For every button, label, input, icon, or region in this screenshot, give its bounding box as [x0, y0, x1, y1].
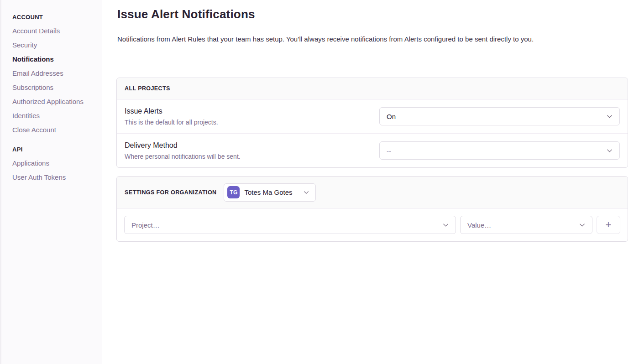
sidebar-item-account-details[interactable]: Account Details: [12, 26, 94, 35]
page-title: Issue Alert Notifications: [117, 7, 628, 21]
delivery-method-select-value: --: [387, 147, 391, 155]
sidebar-item-applications[interactable]: Applications: [12, 159, 94, 167]
org-settings-panel-title: SETTINGS FOR ORGANIZATION: [125, 189, 216, 196]
value-select-placeholder: Value…: [467, 221, 491, 229]
delivery-method-label: Delivery Method: [125, 141, 241, 150]
plus-icon: +: [606, 220, 612, 230]
sidebar-header-api: API: [12, 146, 94, 153]
issue-alerts-label: Issue Alerts: [125, 107, 218, 116]
delivery-method-row: Delivery Method Where personal notificat…: [117, 133, 628, 167]
sidebar-item-close-account[interactable]: Close Account: [12, 125, 94, 134]
sidebar-item-notifications[interactable]: Notifications: [12, 55, 94, 63]
sidebar-item-user-auth-tokens[interactable]: User Auth Tokens: [12, 173, 94, 182]
issue-alerts-select-value: On: [387, 113, 396, 120]
org-settings-panel: SETTINGS FOR ORGANIZATION TG Totes Ma Go…: [116, 176, 628, 242]
main-content: Issue Alert Notifications Notifications …: [102, 0, 639, 364]
chevron-down-icon: [606, 113, 613, 120]
sidebar-item-security[interactable]: Security: [12, 41, 94, 49]
organization-avatar: TG: [227, 186, 240, 198]
org-settings-panel-header: SETTINGS FOR ORGANIZATION TG Totes Ma Go…: [117, 177, 628, 208]
chevron-down-icon: [303, 189, 309, 196]
app-root: ACCOUNT Account Details Security Notific…: [0, 0, 639, 364]
sidebar-header-account: ACCOUNT: [12, 14, 94, 21]
project-override-row: Project… Value… +: [117, 208, 628, 241]
settings-sidebar: ACCOUNT Account Details Security Notific…: [1, 0, 102, 364]
issue-alerts-help: This is the default for all projects.: [125, 119, 218, 126]
delivery-method-labels: Delivery Method Where personal notificat…: [125, 141, 241, 160]
sidebar-item-identities[interactable]: Identities: [12, 111, 94, 120]
all-projects-panel-title: ALL PROJECTS: [125, 85, 170, 92]
organization-name: Totes Ma Gotes: [244, 188, 292, 196]
add-override-button[interactable]: +: [597, 216, 620, 234]
chevron-down-icon: [442, 222, 449, 229]
all-projects-panel-header: ALL PROJECTS: [117, 78, 628, 99]
issue-alerts-select[interactable]: On: [379, 107, 620, 125]
project-select-placeholder: Project…: [131, 221, 160, 229]
sidebar-item-email-addresses[interactable]: Email Addresses: [12, 69, 94, 78]
organization-select[interactable]: TG Totes Ma Gotes: [224, 183, 316, 202]
sidebar-section-account: ACCOUNT Account Details Security Notific…: [12, 14, 94, 134]
value-select[interactable]: Value…: [460, 216, 592, 234]
chevron-down-icon: [606, 147, 613, 154]
sidebar-section-api: API Applications User Auth Tokens: [12, 146, 94, 182]
project-select[interactable]: Project…: [124, 216, 456, 234]
chevron-down-icon: [579, 222, 586, 229]
delivery-method-help: Where personal notifications will be sen…: [125, 153, 241, 160]
issue-alerts-row: Issue Alerts This is the default for all…: [117, 99, 628, 133]
issue-alerts-labels: Issue Alerts This is the default for all…: [125, 107, 218, 126]
page-description: Notifications from Alert Rules that your…: [117, 35, 628, 44]
all-projects-panel: ALL PROJECTS Issue Alerts This is the de…: [116, 78, 628, 168]
sidebar-item-authorized-applications[interactable]: Authorized Applications: [12, 97, 94, 106]
sidebar-item-subscriptions[interactable]: Subscriptions: [12, 83, 94, 92]
delivery-method-select[interactable]: --: [379, 141, 620, 160]
